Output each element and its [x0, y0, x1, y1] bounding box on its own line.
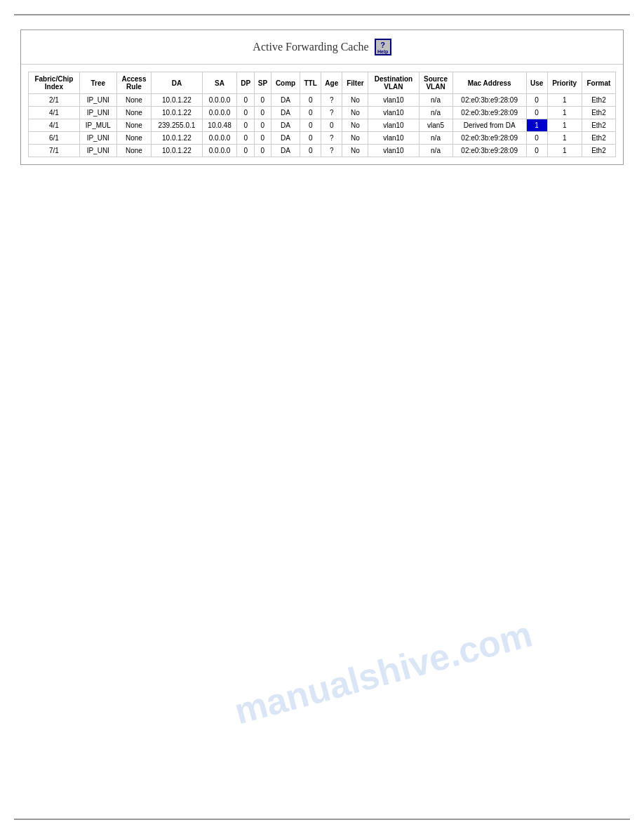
cell-comp: DA — [271, 145, 300, 157]
cell-sp: 0 — [254, 94, 271, 107]
cell-ttl: 0 — [300, 145, 321, 157]
col-destination-vlan: DestinationVLAN — [368, 72, 419, 94]
cell-mac-address: 02:e0:3b:e9:28:09 — [452, 145, 526, 157]
help-icon-button[interactable]: ? Help — [375, 39, 391, 55]
table-row: 6/1IP_UNINone10.0.1.220.0.0.000DA0?Novla… — [29, 132, 616, 145]
cell-mac-address: 02:e0:3b:e9:28:09 — [452, 132, 526, 145]
cell-da: 239.255.0.1 — [152, 119, 203, 132]
cell-destination-vlan: vlan10 — [368, 94, 419, 107]
col-format: Format — [582, 72, 615, 94]
cell-destination-vlan: vlan10 — [368, 107, 419, 119]
cell-dp: 0 — [237, 107, 255, 119]
cell-use: 0 — [526, 132, 547, 145]
table-section: Fabric/ChipIndex Tree AccessRule DA SA D… — [21, 65, 623, 164]
cell-fabric-chip-index: 4/1 — [29, 119, 80, 132]
cell-tree: IP_UNI — [79, 94, 116, 107]
cell-tree: IP_UNI — [79, 107, 116, 119]
help-icon-question: ? — [380, 41, 385, 49]
cell-source-vlan: vlan5 — [419, 119, 452, 132]
cell-fabric-chip-index: 7/1 — [29, 145, 80, 157]
cell-comp: DA — [271, 119, 300, 132]
col-dp: DP — [237, 72, 255, 94]
cell-age: 0 — [321, 119, 342, 132]
cell-filter: No — [342, 145, 368, 157]
col-sp: SP — [254, 72, 271, 94]
cell-priority: 1 — [547, 94, 582, 107]
cell-da: 10.0.1.22 — [152, 94, 203, 107]
cell-destination-vlan: vlan10 — [368, 145, 419, 157]
col-mac-address: Mac Address — [452, 72, 526, 94]
cell-format: Eth2 — [582, 94, 615, 107]
col-use: Use — [526, 72, 547, 94]
cell-filter: No — [342, 107, 368, 119]
table-row: 7/1IP_UNINone10.0.1.220.0.0.000DA0?Novla… — [29, 145, 616, 157]
col-access-rule: AccessRule — [116, 72, 151, 94]
cell-priority: 1 — [547, 132, 582, 145]
cell-ttl: 0 — [300, 107, 321, 119]
cell-access-rule: None — [116, 94, 151, 107]
cell-tree: IP_UNI — [79, 145, 116, 157]
cell-source-vlan: n/a — [419, 94, 452, 107]
forwarding-cache-table: Fabric/ChipIndex Tree AccessRule DA SA D… — [28, 72, 616, 157]
cell-filter: No — [342, 119, 368, 132]
table-header-row: Fabric/ChipIndex Tree AccessRule DA SA D… — [29, 72, 616, 94]
cell-filter: No — [342, 94, 368, 107]
cell-age: ? — [321, 145, 342, 157]
cell-dp: 0 — [237, 132, 255, 145]
cell-mac-address: 02:e0:3b:e9:28:09 — [452, 94, 526, 107]
cell-destination-vlan: vlan10 — [368, 119, 419, 132]
col-sa: SA — [202, 72, 237, 94]
col-source-vlan: SourceVLAN — [419, 72, 452, 94]
cell-format: Eth2 — [582, 132, 615, 145]
col-da: DA — [152, 72, 203, 94]
cell-access-rule: None — [116, 145, 151, 157]
panel-title: Active Forwarding Cache — [253, 41, 368, 53]
cell-sa: 0.0.0.0 — [202, 94, 237, 107]
cell-fabric-chip-index: 2/1 — [29, 94, 80, 107]
help-icon-label: Help — [377, 49, 388, 54]
cell-dp: 0 — [237, 145, 255, 157]
cell-ttl: 0 — [300, 132, 321, 145]
cell-priority: 1 — [547, 107, 582, 119]
cell-priority: 1 — [547, 119, 582, 132]
cell-sa: 0.0.0.0 — [202, 132, 237, 145]
cell-access-rule: None — [116, 132, 151, 145]
cell-sp: 0 — [254, 132, 271, 145]
cell-mac-address: Derived from DA — [452, 119, 526, 132]
cell-sp: 0 — [254, 145, 271, 157]
cell-comp: DA — [271, 107, 300, 119]
cell-format: Eth2 — [582, 145, 615, 157]
watermark: manualshive.com — [230, 613, 537, 733]
cell-destination-vlan: vlan10 — [368, 132, 419, 145]
cell-use: 0 — [526, 94, 547, 107]
cell-sa: 10.0.48 — [202, 119, 237, 132]
cell-format: Eth2 — [582, 107, 615, 119]
cell-da: 10.0.1.22 — [152, 145, 203, 157]
main-panel: Active Forwarding Cache ? Help Fabric/Ch… — [20, 29, 624, 165]
cell-format: Eth2 — [582, 119, 615, 132]
cell-tree: IP_UNI — [79, 132, 116, 145]
cell-sa: 0.0.0.0 — [202, 145, 237, 157]
cell-use: 1 — [526, 119, 547, 132]
cell-dp: 0 — [237, 119, 255, 132]
cell-priority: 1 — [547, 145, 582, 157]
cell-access-rule: None — [116, 119, 151, 132]
table-row: 4/1IP_MULNone239.255.0.110.0.4800DA00Nov… — [29, 119, 616, 132]
cell-da: 10.0.1.22 — [152, 132, 203, 145]
cell-comp: DA — [271, 94, 300, 107]
cell-use: 0 — [526, 145, 547, 157]
cell-age: ? — [321, 132, 342, 145]
cell-ttl: 0 — [300, 94, 321, 107]
cell-source-vlan: n/a — [419, 132, 452, 145]
top-border — [14, 14, 630, 15]
col-tree: Tree — [79, 72, 116, 94]
cell-sp: 0 — [254, 119, 271, 132]
table-body: 2/1IP_UNINone10.0.1.220.0.0.000DA0?Novla… — [29, 94, 616, 157]
cell-sa: 0.0.0.0 — [202, 107, 237, 119]
bottom-border — [14, 819, 630, 820]
panel-header: Active Forwarding Cache ? Help — [21, 30, 623, 65]
cell-age: ? — [321, 94, 342, 107]
cell-fabric-chip-index: 4/1 — [29, 107, 80, 119]
col-priority: Priority — [547, 72, 582, 94]
cell-mac-address: 02:e0:3b:e9:28:09 — [452, 107, 526, 119]
